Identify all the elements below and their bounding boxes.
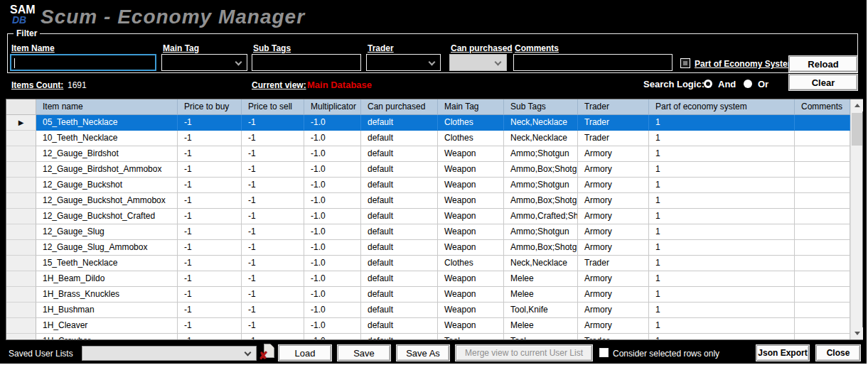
table-cell[interactable]: -1 (178, 256, 242, 271)
table-cell[interactable]: Armory (578, 240, 649, 256)
table-cell[interactable]: -1 (178, 318, 242, 334)
table-cell[interactable]: 12_Gauge_Slug (36, 224, 178, 240)
row-header-cell[interactable] (6, 131, 36, 146)
row-header-cell[interactable]: ▶ (6, 115, 36, 131)
table-cell[interactable]: -1.0 (304, 271, 361, 287)
table-cell[interactable]: Weapon (438, 318, 504, 334)
column-header[interactable]: Part of economy system (649, 99, 795, 115)
table-cell[interactable]: Weapon (438, 224, 504, 240)
table-cell[interactable]: Armory (578, 287, 649, 303)
trader-combobox[interactable] (366, 54, 441, 71)
table-cell[interactable]: -1 (178, 162, 242, 178)
table-cell[interactable] (795, 178, 850, 193)
table-cell[interactable]: 1 (649, 193, 795, 209)
table-cell[interactable]: -1.0 (304, 162, 361, 178)
table-cell[interactable]: -1 (178, 240, 242, 256)
table-cell[interactable]: Trader (578, 256, 649, 271)
table-row[interactable]: 12_Gauge_Slug_Ammobox-1-1-1.0defaultWeap… (6, 240, 850, 256)
table-cell[interactable]: -1 (242, 303, 304, 318)
table-row[interactable]: 12_Gauge_Buckshot_Crafted-1-1-1.0default… (6, 209, 850, 224)
column-header[interactable]: Sub Tags (504, 99, 578, 115)
table-cell[interactable]: Neck,Necklace (504, 115, 578, 131)
table-row[interactable]: 1H_Brass_Knuckles-1-1-1.0defaultWeaponMe… (6, 287, 850, 303)
column-header[interactable]: Price to sell (242, 99, 304, 115)
delete-list-icon[interactable]: ✘ (259, 344, 276, 362)
table-cell[interactable]: 12_Gauge_Slug_Ammobox (36, 240, 178, 256)
table-cell[interactable]: -1 (178, 334, 242, 339)
table-cell[interactable]: 1 (649, 115, 795, 131)
table-cell[interactable] (795, 240, 850, 256)
save-as-button[interactable]: Save As (397, 345, 449, 361)
table-cell[interactable] (795, 334, 850, 339)
scrollbar-thumb[interactable] (852, 113, 862, 146)
table-cell[interactable]: default (361, 240, 438, 256)
table-cell[interactable]: Weapon (438, 178, 504, 193)
table-cell[interactable]: default (361, 271, 438, 287)
table-cell[interactable]: Armory (578, 303, 649, 318)
table-row[interactable]: 1H_Beam_Dildo-1-1-1.0defaultWeaponMeleeA… (6, 271, 850, 287)
table-cell[interactable]: -1.0 (304, 146, 361, 162)
table-cell[interactable]: -1.0 (304, 224, 361, 240)
table-cell[interactable]: 15_Teeth_Necklace (36, 256, 178, 271)
table-cell[interactable]: Armory (578, 193, 649, 209)
table-cell[interactable]: -1.0 (304, 256, 361, 271)
table-cell[interactable]: -1 (178, 209, 242, 224)
table-cell[interactable]: -1 (178, 303, 242, 318)
load-button[interactable]: Load (279, 345, 331, 361)
table-cell[interactable]: -1.0 (304, 318, 361, 334)
table-cell[interactable] (795, 271, 850, 287)
table-cell[interactable]: Ammo,Crafted;Sh... (504, 209, 578, 224)
row-header-cell[interactable] (6, 334, 36, 339)
table-cell[interactable]: -1 (242, 224, 304, 240)
table-cell[interactable] (795, 318, 850, 334)
consider-selected-rows-checkbox[interactable] (599, 348, 609, 357)
table-cell[interactable]: Trader (578, 131, 649, 146)
table-cell[interactable]: Armory (578, 162, 649, 178)
table-cell[interactable]: Clothes (438, 115, 504, 131)
table-cell[interactable]: Trader (578, 334, 649, 339)
table-cell[interactable]: 1 (649, 334, 795, 339)
table-cell[interactable]: Clothes (438, 256, 504, 271)
table-cell[interactable]: 1 (649, 287, 795, 303)
table-cell[interactable]: Weapon (438, 209, 504, 224)
table-cell[interactable]: -1.0 (304, 240, 361, 256)
table-cell[interactable]: 1 (649, 162, 795, 178)
table-cell[interactable]: 12_Gauge_Birdshot (36, 146, 178, 162)
table-cell[interactable]: 1H_Cleaver (36, 318, 178, 334)
table-cell[interactable]: 1H_Bushman (36, 303, 178, 318)
table-cell[interactable]: -1 (242, 115, 304, 131)
table-cell[interactable]: -1.0 (304, 334, 361, 339)
table-cell[interactable]: 1 (649, 240, 795, 256)
table-cell[interactable]: 1 (649, 209, 795, 224)
table-cell[interactable]: -1.0 (304, 193, 361, 209)
saved-user-lists-combobox[interactable] (82, 346, 257, 361)
table-cell[interactable]: -1 (242, 146, 304, 162)
table-cell[interactable]: default (361, 115, 438, 131)
table-cell[interactable]: default (361, 131, 438, 146)
table-cell[interactable]: Ammo,Box;Shotg... (504, 193, 578, 209)
table-row[interactable]: 1H_Cleaver-1-1-1.0defaultWeaponMeleeArmo… (6, 318, 850, 334)
table-cell[interactable]: 1H_Beam_Dildo (36, 271, 178, 287)
table-cell[interactable]: -1 (242, 193, 304, 209)
table-cell[interactable]: Weapon (438, 303, 504, 318)
table-cell[interactable]: -1 (242, 271, 304, 287)
table-row[interactable]: 1H_Crowbar-1-1-1.0defaultToolToolTrader1 (6, 334, 850, 339)
table-cell[interactable]: 1 (649, 256, 795, 271)
row-header-cell[interactable] (6, 224, 36, 240)
table-row[interactable]: 1H_Bushman-1-1-1.0defaultWeaponTool,Knif… (6, 303, 850, 318)
table-cell[interactable]: default (361, 287, 438, 303)
table-cell[interactable]: Weapon (438, 146, 504, 162)
table-cell[interactable]: default (361, 209, 438, 224)
table-cell[interactable] (795, 115, 850, 131)
table-cell[interactable]: default (361, 193, 438, 209)
column-header[interactable]: Trader (578, 99, 649, 115)
table-cell[interactable]: 05_Teeth_Necklace (36, 115, 178, 131)
table-cell[interactable]: 1 (649, 146, 795, 162)
table-row[interactable]: 12_Gauge_Birdshot-1-1-1.0defaultWeaponAm… (6, 146, 850, 162)
table-cell[interactable]: -1.0 (304, 178, 361, 193)
column-header[interactable]: Item name (36, 99, 178, 115)
scroll-down-button[interactable] (851, 327, 863, 339)
column-header[interactable]: Main Tag (438, 99, 504, 115)
search-logic-and-radio[interactable] (704, 80, 712, 88)
table-cell[interactable]: Armory (578, 224, 649, 240)
